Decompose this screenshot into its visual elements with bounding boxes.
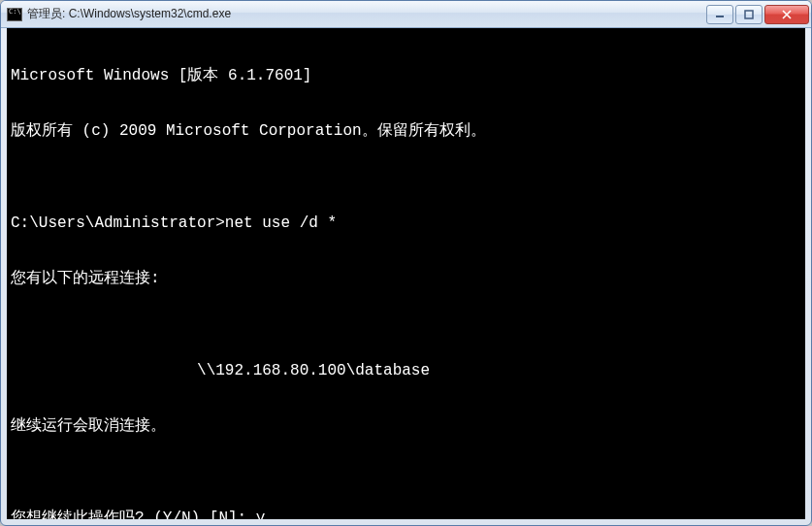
minimize-button[interactable]: [706, 5, 733, 24]
maximize-icon: [744, 10, 754, 19]
console-line: C:\Users\Administrator>net use /d *: [11, 214, 801, 233]
minimize-icon: [715, 10, 725, 19]
window-controls: [704, 5, 809, 24]
close-icon: [781, 10, 793, 19]
console-line: 您有以下的远程连接:: [11, 270, 801, 288]
svg-rect-1: [745, 11, 753, 18]
console-line: 您想继续此操作吗? (Y/N) [N]: y: [11, 510, 801, 519]
console-line: 继续运行会取消连接。: [11, 417, 801, 436]
console-line: 版权所有 (c) 2009 Microsoft Corporation。保留所有…: [11, 122, 801, 141]
close-button[interactable]: [764, 5, 809, 24]
console-area[interactable]: Microsoft Windows [版本 6.1.7601] 版权所有 (c)…: [7, 28, 805, 519]
console-line: Microsoft Windows [版本 6.1.7601]: [11, 67, 801, 85]
svg-rect-0: [716, 16, 724, 17]
window-title: 管理员: C:\Windows\system32\cmd.exe: [27, 6, 704, 22]
maximize-button[interactable]: [735, 5, 763, 24]
console-output: Microsoft Windows [版本 6.1.7601] 版权所有 (c)…: [11, 30, 801, 519]
console-line: \\192.168.80.100\database: [11, 362, 801, 380]
cmd-window: 管理员: C:\Windows\system32\cmd.exe Microso…: [0, 0, 812, 526]
cmd-icon: [7, 8, 22, 21]
titlebar[interactable]: 管理员: C:\Windows\system32\cmd.exe: [1, 1, 811, 28]
